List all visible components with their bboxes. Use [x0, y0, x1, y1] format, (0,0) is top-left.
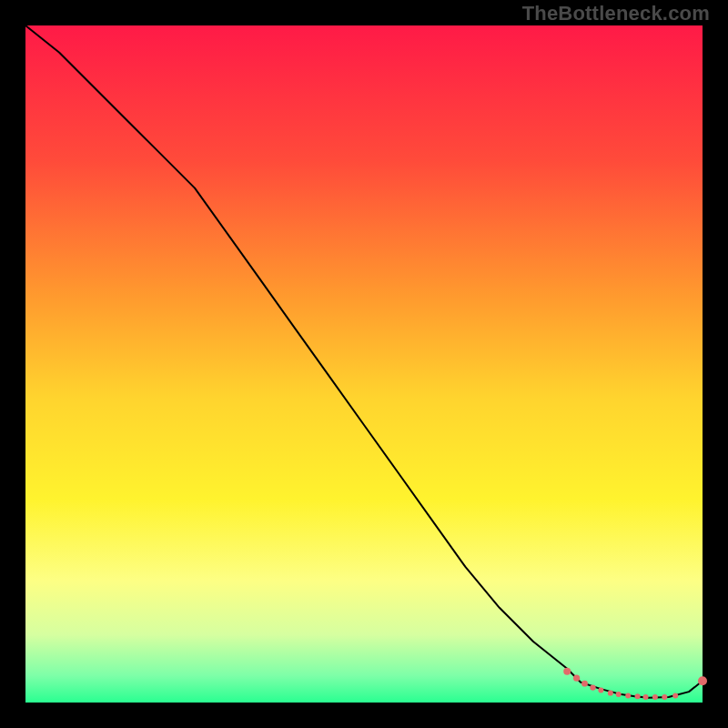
plot-area: [25, 25, 703, 703]
data-marker: [608, 691, 613, 696]
data-marker: [635, 693, 641, 699]
chart-frame: TheBottleneck.com: [0, 0, 728, 728]
data-marker: [652, 694, 658, 700]
data-marker: [672, 693, 678, 699]
data-marker: [698, 676, 707, 685]
data-marker: [598, 688, 603, 693]
data-marker: [590, 684, 595, 690]
data-marker: [643, 694, 649, 700]
data-marker: [573, 675, 580, 682]
data-marker: [563, 668, 571, 675]
data-marker: [662, 694, 667, 700]
bottleneck-chart: [0, 0, 728, 728]
data-marker: [616, 692, 622, 697]
data-marker: [581, 681, 588, 687]
data-marker: [625, 693, 631, 699]
